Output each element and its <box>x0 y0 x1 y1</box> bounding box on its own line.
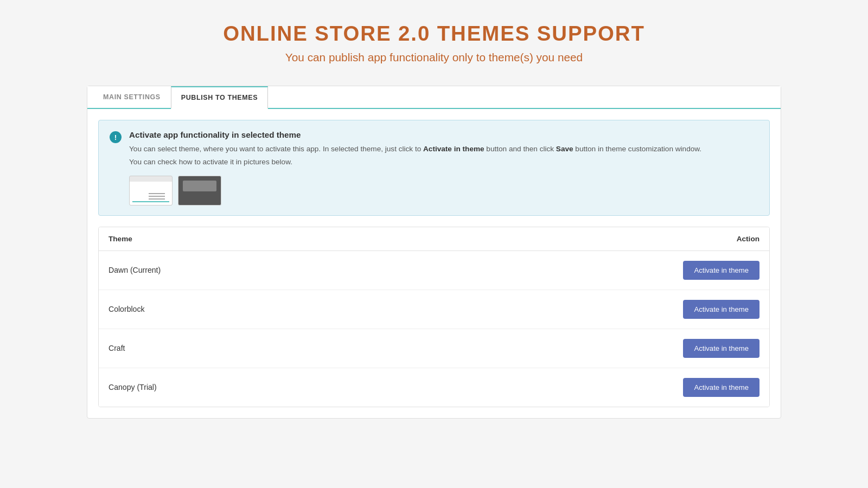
info-box-title: Activate app functionality in selected t… <box>129 130 758 139</box>
col-action: Action <box>737 235 760 243</box>
theme-name-colorblock: Colorblock <box>108 305 145 313</box>
page-title: ONLINE STORE 2.0 THEMES SUPPORT <box>223 22 645 46</box>
thumb-line-1 <box>149 193 165 194</box>
info-content: Activate app functionality in selected t… <box>129 130 758 206</box>
page-header: ONLINE STORE 2.0 THEMES SUPPORT You can … <box>223 22 645 64</box>
theme-name-craft: Craft <box>108 344 125 352</box>
info-box-line1: You can select theme, where you want to … <box>129 144 758 155</box>
activate-button-dawn[interactable]: Activate in theme <box>683 261 760 280</box>
page-subtitle: You can publish app functionality only t… <box>223 51 645 64</box>
table-header: Theme Action <box>99 227 769 251</box>
col-theme: Theme <box>108 235 132 243</box>
table-row: Colorblock Activate in theme <box>99 290 769 329</box>
thumbnail-2 <box>178 176 221 206</box>
info-box: ! Activate app functionality in selected… <box>98 120 770 216</box>
table-row: Dawn (Current) Activate in theme <box>99 251 769 290</box>
info-icon: ! <box>110 131 122 143</box>
tab-publish-to-themes[interactable]: PUBLISH TO THEMES <box>171 86 268 109</box>
thumb-line-2 <box>149 196 165 197</box>
activate-button-canopy[interactable]: Activate in theme <box>683 378 760 397</box>
info-box-line2: You can check how to activate it in pict… <box>129 157 758 168</box>
content-area: ! Activate app functionality in selected… <box>87 109 781 418</box>
thumbnail-1 <box>129 176 173 206</box>
tab-main-settings[interactable]: MAIN SETTINGS <box>93 86 171 109</box>
table-row: Canopy (Trial) Activate in theme <box>99 368 769 407</box>
tabs-bar: MAIN SETTINGS PUBLISH TO THEMES <box>87 86 781 109</box>
themes-table: Theme Action Dawn (Current) Activate in … <box>98 227 770 407</box>
thumb-lines <box>149 193 165 200</box>
table-row: Craft Activate in theme <box>99 329 769 368</box>
main-container: MAIN SETTINGS PUBLISH TO THEMES ! Activa… <box>87 86 781 419</box>
theme-name-canopy: Canopy (Trial) <box>108 383 157 391</box>
activate-button-craft[interactable]: Activate in theme <box>683 339 760 358</box>
theme-name-dawn: Dawn (Current) <box>108 266 161 274</box>
thumb-line-3 <box>149 198 165 200</box>
thumbnails <box>129 176 758 206</box>
activate-button-colorblock[interactable]: Activate in theme <box>683 300 760 319</box>
